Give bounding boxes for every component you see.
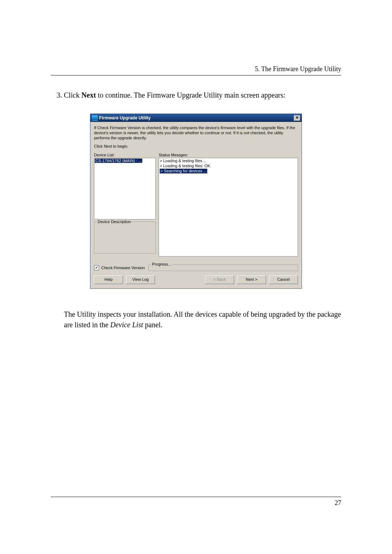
click-next-text: Click Next to begin. — [94, 144, 298, 149]
explain-a: The Utility inspects your installation. … — [64, 310, 341, 329]
device-description-group: Device Description — [94, 222, 156, 254]
footer-rule — [51, 497, 341, 497]
next-button[interactable]: Next > — [237, 275, 266, 284]
device-description-legend: Device Description — [97, 219, 132, 224]
check-firmware-checkbox[interactable]: ✔ — [94, 265, 99, 270]
dialog-title: Firmware Upgrade Utility — [99, 115, 151, 120]
cancel-button[interactable]: Cancel — [269, 275, 298, 284]
device-list-item[interactable]: CS-1764/1762 (MAIN) : ... — [95, 159, 142, 163]
app-icon — [92, 115, 98, 121]
step-text-a: Click — [64, 91, 81, 99]
intro-text: If Check Firmware Version is checked, th… — [94, 126, 298, 140]
explain-b: panel. — [143, 321, 162, 329]
status-line: > Loading & testing files: OK — [160, 164, 297, 169]
firmware-dialog: Firmware Upgrade Utility ✕ If Check Firm… — [90, 114, 302, 289]
dialog-body: If Check Firmware Version is checked, th… — [90, 122, 302, 288]
progress-bar: Progress... — [148, 264, 298, 271]
device-listbox[interactable]: CS-1764/1762 (MAIN) : ... — [94, 158, 156, 219]
check-firmware-label: Check Firmware Version — [101, 266, 145, 270]
step-text-bold: Next — [81, 91, 96, 99]
close-icon[interactable]: ✕ — [294, 115, 300, 121]
page-footer: 27 — [51, 497, 341, 507]
running-header: 5. The Firmware Upgrade Utility — [51, 65, 341, 73]
status-label: Status Messges: — [159, 153, 298, 157]
back-button[interactable]: < Back — [205, 275, 234, 284]
options-row: ✔ Check Firmware Version Progress... — [94, 264, 298, 271]
titlebar: Firmware Upgrade Utility ✕ — [90, 114, 302, 122]
status-line-highlighted: > Searching for devices ... — [160, 169, 207, 174]
status-line: > Loading & testing files ... — [160, 159, 297, 164]
progress-legend: Progress... — [151, 262, 172, 266]
help-button[interactable]: Help — [94, 275, 123, 284]
explain-text: The Utility inspects your installation. … — [51, 309, 341, 330]
explain-italic: Device List — [110, 321, 143, 329]
step-list: Click Next to continue. The Firmware Upg… — [51, 90, 341, 100]
status-messages-box[interactable]: > Loading & testing files ... > Loading … — [159, 158, 298, 257]
step-text-b: to continue. The Firmware Upgrade Utilit… — [96, 91, 285, 99]
page-number: 27 — [51, 499, 341, 507]
button-row: Help View Log < Back Next > Cancel — [94, 275, 298, 284]
view-log-button[interactable]: View Log — [126, 275, 155, 284]
step-item: Click Next to continue. The Firmware Upg… — [64, 90, 341, 100]
header-rule — [51, 75, 341, 75]
device-list-label: Device List: — [94, 153, 156, 157]
